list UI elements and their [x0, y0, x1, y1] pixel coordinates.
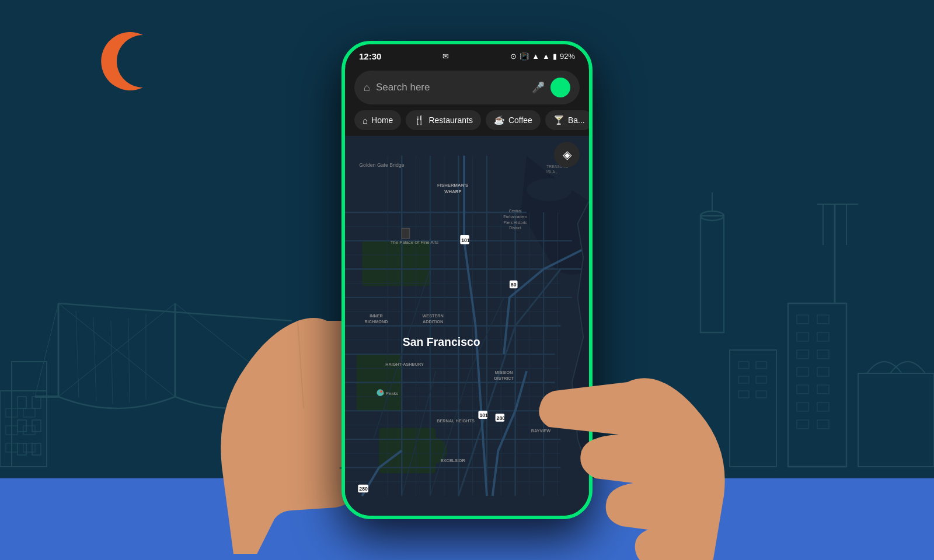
svg-text:ADDITION: ADDITION: [423, 319, 443, 324]
svg-text:The Palace Of Fine Arts: The Palace Of Fine Arts: [391, 240, 439, 245]
svg-rect-43: [817, 385, 829, 394]
svg-rect-38: [797, 350, 808, 359]
svg-text:101: 101: [479, 412, 488, 418]
filter-bars[interactable]: 🍸 Ba...: [545, 110, 589, 130]
filter-restaurants-label: Restaurants: [428, 116, 472, 125]
svg-text:Piers Historic: Piers Historic: [504, 220, 528, 225]
svg-rect-1: [18, 397, 26, 408]
svg-rect-23: [23, 426, 35, 435]
vibrate-icon: 📳: [520, 52, 529, 61]
svg-rect-45: [817, 402, 829, 411]
bars-icon: 🍸: [553, 115, 564, 125]
battery-text: 92%: [560, 52, 575, 61]
svg-text:📍: 📍: [378, 390, 384, 396]
restaurant-icon: 🍴: [414, 115, 425, 125]
svg-text:HAIGHT-ASHBURY: HAIGHT-ASHBURY: [385, 362, 424, 367]
svg-rect-6: [32, 443, 41, 455]
svg-rect-51: [756, 362, 766, 369]
svg-rect-53: [756, 376, 766, 383]
signal-icon: ▲: [542, 52, 550, 61]
svg-text:n Peaks: n Peaks: [382, 391, 398, 396]
filter-coffee-label: Coffee: [508, 116, 532, 125]
svg-line-16: [111, 321, 113, 404]
svg-rect-0: [12, 362, 47, 467]
svg-rect-40: [797, 368, 808, 376]
svg-text:BERNAL HEIGHTS: BERNAL HEIGHTS: [437, 418, 475, 424]
phone-wrapper: 12:30 ✉ ⊙ 📳 ▲ ▲ ▮ 92% ⌂ Search here 🎤: [304, 41, 630, 519]
right-hand: [525, 274, 747, 560]
svg-text:ISLA...: ISLA...: [546, 170, 559, 174]
filter-bars-label: Ba...: [568, 116, 585, 125]
status-icons: ⊙ 📳 ▲ ▲ ▮ 92%: [510, 52, 575, 61]
svg-text:MISSION: MISSION: [495, 370, 513, 375]
svg-rect-39: [817, 350, 829, 359]
filter-home-label: Home: [371, 116, 393, 125]
search-bar[interactable]: ⌂ Search here 🎤: [354, 71, 580, 104]
svg-rect-47: [817, 420, 829, 429]
status-bar: 12:30 ✉ ⊙ 📳 ▲ ▲ ▮ 92%: [345, 44, 589, 66]
svg-rect-46: [797, 420, 808, 429]
profile-dot[interactable]: [550, 78, 570, 97]
svg-rect-25: [23, 443, 35, 452]
svg-text:280: 280: [497, 415, 506, 421]
filter-home[interactable]: ⌂ Home: [354, 110, 401, 130]
svg-text:101: 101: [461, 237, 470, 243]
svg-text:WHARF: WHARF: [444, 189, 461, 194]
svg-rect-36: [797, 332, 808, 341]
svg-rect-2: [32, 397, 41, 408]
svg-rect-34: [797, 315, 808, 324]
svg-text:Embarcadero: Embarcadero: [503, 215, 527, 219]
mail-icon: ✉: [442, 52, 449, 61]
svg-text:FISHERMAN'S: FISHERMAN'S: [437, 183, 468, 188]
coffee-icon: ☕: [494, 115, 505, 125]
quick-filters: ⌂ Home 🍴 Restaurants ☕ Coffee 🍸 Ba...: [345, 110, 589, 136]
layer-toggle-button[interactable]: ◈: [554, 142, 580, 167]
svg-rect-55: [756, 391, 766, 398]
status-time: 12:30: [359, 51, 381, 61]
svg-text:RICHMOND: RICHMOND: [364, 319, 388, 324]
svg-rect-5: [18, 443, 26, 455]
svg-text:San Francisco: San Francisco: [403, 335, 480, 348]
svg-text:80: 80: [511, 282, 517, 288]
home-small-icon: ⌂: [364, 82, 370, 94]
battery-icon: ▮: [553, 52, 557, 61]
svg-text:INNER: INNER: [370, 313, 383, 318]
search-placeholder: Search here: [376, 82, 526, 93]
svg-rect-110: [402, 228, 410, 238]
svg-text:DISTRICT: DISTRICT: [494, 376, 514, 381]
svg-rect-42: [797, 385, 808, 394]
home-icon: ⌂: [363, 116, 368, 125]
mic-icon[interactable]: 🎤: [532, 81, 545, 94]
svg-rect-35: [817, 315, 829, 324]
svg-rect-44: [797, 402, 808, 411]
svg-rect-48: [858, 373, 934, 467]
location-icon: ⊙: [510, 52, 517, 61]
wifi-icon: ▲: [532, 52, 539, 61]
filter-restaurants[interactable]: 🍴 Restaurants: [406, 110, 480, 130]
svg-text:EXCELSIOR: EXCELSIOR: [441, 458, 466, 463]
svg-line-15: [93, 317, 96, 401]
moon-icon: [96, 29, 161, 93]
svg-line-14: [76, 311, 79, 398]
svg-text:Central: Central: [509, 209, 522, 213]
svg-text:WESTERN: WESTERN: [422, 313, 443, 318]
svg-rect-37: [817, 332, 829, 341]
filter-coffee[interactable]: ☕ Coffee: [486, 110, 541, 130]
svg-text:Golden Gate Bridge: Golden Gate Bridge: [359, 162, 404, 168]
svg-text:District: District: [509, 226, 521, 230]
svg-point-57: [527, 178, 572, 201]
svg-rect-21: [23, 408, 35, 417]
svg-rect-41: [817, 368, 829, 376]
svg-text:280: 280: [359, 486, 368, 492]
svg-rect-58: [362, 241, 430, 286]
